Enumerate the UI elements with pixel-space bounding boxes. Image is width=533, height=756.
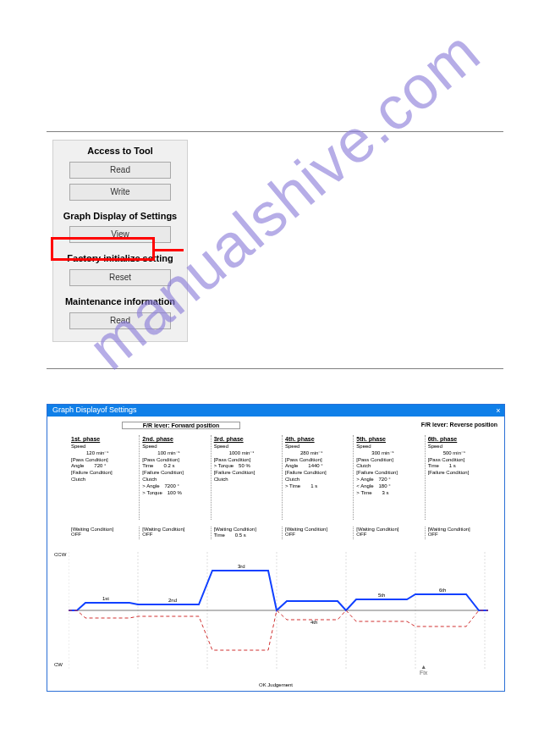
section-maint-title: Maintenance information — [53, 291, 187, 311]
access-write-button[interactable]: Write — [69, 184, 171, 201]
ok-judgement-label: OK Judgement — [47, 682, 504, 687]
arrow-up-icon: ▲ — [420, 664, 427, 670]
rule-top — [47, 131, 503, 132]
section-access-title: Access to Tool — [53, 141, 187, 160]
svg-text:4th: 4th — [310, 620, 317, 625]
sidebar-panel: Access to Tool Read Write Graph Display … — [52, 140, 188, 342]
phase-3: 3rd. phaseSpeed 1000 min⁻¹[Pass Conditio… — [211, 435, 282, 520]
wait-2: [Waiting Condition]OFF — [139, 527, 210, 539]
svg-text:1st: 1st — [102, 596, 109, 601]
close-icon[interactable]: × — [492, 405, 504, 417]
y-cw: CW — [54, 662, 63, 667]
highlight-leader — [155, 249, 184, 251]
phase-6: 6th. phaseSpeed 500 min⁻¹[Pass Condition… — [425, 435, 496, 520]
wait-6: [Waiting Condition]OFF — [425, 527, 496, 539]
graph-window: Graph Displayof Settings × F/R lever: Fo… — [47, 404, 505, 692]
svg-text:5th: 5th — [378, 593, 385, 598]
wait-4: [Waiting Condition]OFF — [282, 527, 353, 539]
graph-window-title: Graph Displayof Settings — [52, 406, 137, 414]
phase-1: 1st. phaseSpeed 120 min⁻¹[Pass Condition… — [69, 435, 139, 520]
fix-marker: ▲ Fix — [420, 664, 427, 676]
y-ccw: CCW — [54, 552, 66, 557]
wait-1: [Waiting Condition]OFF — [69, 527, 139, 539]
svg-text:2nd: 2nd — [168, 598, 177, 603]
phase-2: 2nd. phaseSpeed 100 min⁻¹[Pass Condition… — [139, 435, 210, 520]
section-graph-title: Graph Display of Settings — [53, 206, 187, 225]
fr-forward-label: F/R lever: Forward position — [122, 422, 240, 429]
svg-text:3rd: 3rd — [238, 564, 245, 569]
maintenance-read-button[interactable]: Read — [69, 312, 171, 329]
phase-5: 5th. phaseSpeed 300 min⁻¹[Pass Condition… — [353, 435, 424, 520]
rule-bottom — [47, 368, 503, 369]
speed-chart: 1st 2nd 3rd 4th 5th 6th — [69, 552, 488, 669]
graph-view-button[interactable]: View — [69, 226, 171, 243]
phase-4: 4th. phaseSpeed 280 min⁻¹[Pass Condition… — [282, 435, 353, 520]
phase-columns: 1st. phaseSpeed 120 min⁻¹[Pass Condition… — [69, 435, 496, 520]
factory-reset-button[interactable]: Reset — [69, 269, 171, 286]
access-read-button[interactable]: Read — [69, 162, 171, 179]
wait-3: [Waiting Condition]Time 0.5 s — [211, 527, 282, 539]
fr-reverse-label: F/R lever: Reverse position — [387, 422, 497, 428]
wait-5: [Waiting Condition]OFF — [353, 527, 424, 539]
fix-label: Fix — [420, 670, 427, 676]
svg-text:6th: 6th — [439, 588, 446, 593]
waiting-row: [Waiting Condition]OFF [Waiting Conditio… — [69, 527, 496, 539]
graph-window-titlebar: Graph Displayof Settings × — [47, 405, 504, 417]
